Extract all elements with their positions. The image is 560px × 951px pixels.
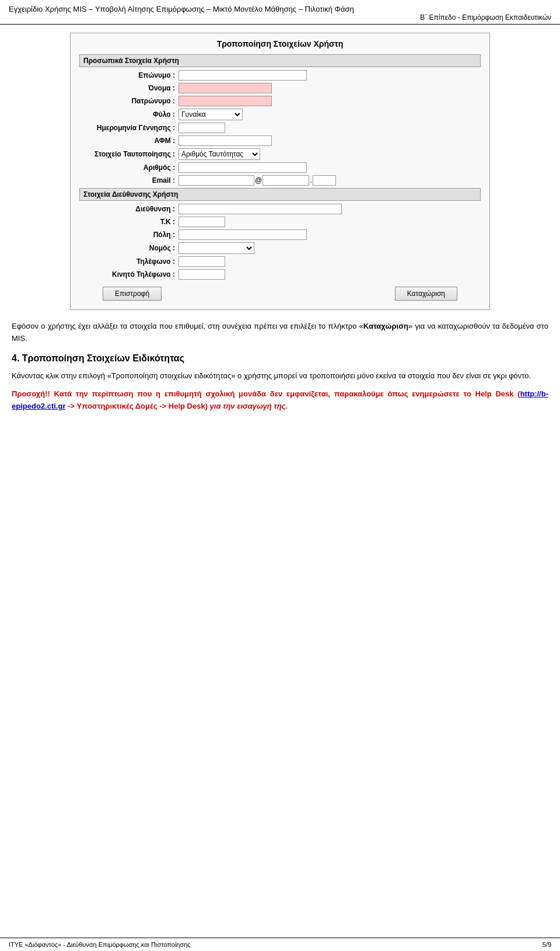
- row-patronymo: Πατρώνυμο :: [79, 96, 481, 106]
- label-eponymo: Επώνυμο :: [79, 71, 178, 79]
- row-stoixeio: Στοιχείο Ταυτοποίησης : Αριθμός Ταυτότητ…: [79, 148, 481, 160]
- kataxorisi-bold: Καταχώριση: [363, 322, 408, 330]
- label-fylo: Φύλο :: [79, 110, 178, 119]
- select-stoixeio[interactable]: Αριθμός Ταυτότητας Αριθμός Διαβατηρίου: [178, 148, 260, 160]
- input-eponymo[interactable]: [178, 70, 307, 81]
- row-tk: Τ.Κ :: [79, 217, 481, 227]
- input-onoma[interactable]: [178, 83, 272, 93]
- input-afm[interactable]: [178, 135, 272, 146]
- row-diefthinsi: Διεύθυνση :: [79, 204, 481, 214]
- label-stoixeio: Στοιχείο Ταυτοποίησης :: [79, 150, 178, 158]
- label-diefthinsi: Διεύθυνση :: [79, 205, 178, 213]
- row-kinito: Κινητό Τηλέφωνο :: [79, 269, 481, 280]
- input-email-user[interactable]: [178, 175, 254, 186]
- prosoxh-text-2: -> Υποστηρικτικές Δομές -> Help Desk) γι…: [65, 402, 288, 410]
- paragraph-prosoxh: Προσοχή!! Κατά την περίπτωση που η επιθυ…: [12, 388, 548, 413]
- row-tilefono: Τηλέφωνο :: [79, 256, 481, 267]
- label-patronymo: Πατρώνυμο :: [79, 97, 178, 105]
- label-kinito: Κινητό Τηλέφωνο :: [79, 270, 178, 278]
- prosoxh-text: Κατά την περίπτωση που η επιθυμητή σχολι…: [54, 389, 520, 398]
- section-address-header: Στοιχεία Διεύθυνσης Χρήστη: [79, 188, 481, 201]
- label-nomos: Νομός :: [79, 244, 178, 252]
- section-personal-header: Προσωπικά Στοιχεία Χρήστη: [79, 54, 481, 67]
- select-fylo[interactable]: Γυναίκα Άνδρας: [178, 109, 243, 120]
- paragraph-kataxorisi: Εφόσον ο χρήστης έχει αλλάξει τα στοιχεί…: [12, 321, 548, 345]
- header-title-main: Εγχειρίδιο Χρήσης MIS – Υποβολή Αίτησης …: [9, 5, 551, 13]
- input-patronymo[interactable]: [178, 96, 272, 106]
- back-button[interactable]: Επιστροφή: [103, 287, 162, 301]
- label-tilefono: Τηλέφωνο :: [79, 257, 178, 266]
- input-email-domain[interactable]: [262, 175, 309, 186]
- input-hmerominia[interactable]: [178, 123, 225, 133]
- row-afm: ΑΦΜ :: [79, 135, 481, 146]
- row-onoma: Όνομα :: [79, 83, 481, 93]
- input-tilefono[interactable]: [178, 256, 225, 267]
- email-dot: .: [310, 176, 312, 184]
- label-email: Email :: [79, 176, 178, 184]
- label-hmerominia: Ημερομηνία Γέννησης :: [79, 124, 178, 132]
- save-button[interactable]: Καταχώριση: [395, 287, 457, 301]
- section4-title: 4. Τροποποίηση Στοιχείων Ειδικότητας: [12, 351, 548, 366]
- row-eponymo: Επώνυμο :: [79, 70, 481, 81]
- text-section: Εφόσον ο χρήστης έχει αλλάξει τα στοιχεί…: [12, 321, 548, 413]
- paragraph-eidikotita: Κάνοντας κλικ στην επιλογή «Τροποποίηση …: [12, 370, 548, 382]
- row-fylo: Φύλο : Γυναίκα Άνδρας: [79, 109, 481, 120]
- input-email-tld[interactable]: [313, 175, 336, 186]
- row-arithmos: Αριθμός :: [79, 162, 481, 173]
- form-title: Τροποποίηση Στοιχείων Χρήστη: [79, 39, 481, 48]
- row-nomos: Νομός :: [79, 242, 481, 254]
- prosoxh-label: Προσοχή!!: [12, 389, 50, 398]
- label-onoma: Όνομα :: [79, 84, 178, 92]
- form-container: Τροποποίηση Στοιχείων Χρήστη Προσωπικά Σ…: [70, 33, 490, 310]
- label-poli: Πόλη :: [79, 231, 178, 239]
- input-diefthinsi[interactable]: [178, 204, 342, 214]
- row-email: Email : @ .: [79, 175, 481, 186]
- input-arithmos[interactable]: [178, 162, 307, 173]
- row-poli: Πόλη :: [79, 229, 481, 240]
- input-kinito[interactable]: [178, 269, 225, 280]
- button-area: Επιστροφή Καταχώριση: [79, 287, 481, 301]
- email-at: @: [255, 176, 262, 184]
- label-arithmos: Αριθμός :: [79, 163, 178, 172]
- select-nomos[interactable]: [178, 242, 254, 254]
- input-tk[interactable]: [178, 217, 225, 227]
- header-title-sub: Β΄ Επίπεδο - Επιμόρφωση Εκπαιδευτικών: [9, 13, 551, 22]
- input-poli[interactable]: [178, 229, 307, 240]
- label-tk: Τ.Κ :: [79, 218, 178, 226]
- label-afm: ΑΦΜ :: [79, 137, 178, 145]
- row-hmerominia: Ημερομηνία Γέννησης :: [79, 123, 481, 133]
